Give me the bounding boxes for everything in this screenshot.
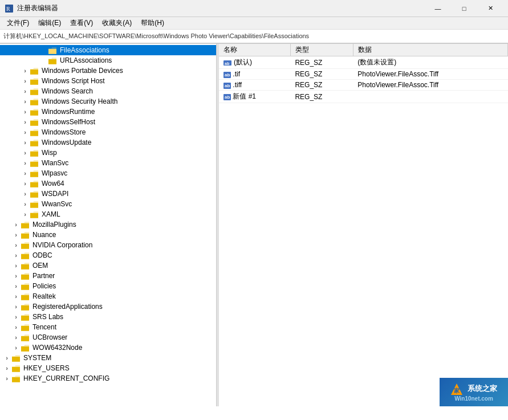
ab-icon: ab xyxy=(223,83,231,89)
tree-item-win-update[interactable]: › WindowsUpdate xyxy=(0,137,216,148)
folder-icon-policies xyxy=(21,282,30,290)
tree-label-wlpasvc: Wlpasvc xyxy=(42,169,67,177)
tree-expander-system[interactable]: › xyxy=(2,354,11,361)
close-button[interactable]: ✕ xyxy=(477,0,503,17)
menu-edit[interactable]: 编辑(E) xyxy=(34,17,66,30)
tree-item-nvidia[interactable]: › NVIDIA Corporation xyxy=(0,240,216,250)
tree-expander-oem[interactable]: › xyxy=(11,262,21,269)
tree-item-file-assoc[interactable]: FileAssociations xyxy=(0,45,216,55)
tree-expander-win-update[interactable]: › xyxy=(21,139,30,146)
tree-item-realtek[interactable]: › Realtek xyxy=(0,291,216,301)
tree-item-hkey-users[interactable]: › HKEY_USERS xyxy=(0,363,216,373)
tree-expander-wow64[interactable]: › xyxy=(21,180,30,187)
tree-item-wwansvc[interactable]: › WwanSvc xyxy=(0,199,216,209)
tree-item-nuance[interactable]: › Nuance xyxy=(0,230,216,240)
tree-expander-nuance[interactable]: › xyxy=(11,231,21,238)
tree-expander-wisp[interactable]: › xyxy=(21,149,30,156)
tree-expander-hkey-users[interactable]: › xyxy=(2,365,11,372)
tree-expander-win-portable[interactable]: › xyxy=(21,67,30,74)
tree-expander-tencent[interactable]: › xyxy=(11,324,21,331)
tree-expander-realtek[interactable]: › xyxy=(11,293,21,300)
tree-item-wisp[interactable]: › Wisp xyxy=(0,148,216,158)
tree-item-tencent[interactable]: › Tencent xyxy=(0,322,216,332)
tree-label-tencent: Tencent xyxy=(32,323,56,331)
maximize-button[interactable]: □ xyxy=(451,0,477,17)
table-header-row: 名称 类型 数据 xyxy=(219,44,508,56)
menu-help[interactable]: 帮助(H) xyxy=(136,17,169,30)
tree-expander-mozilla[interactable]: › xyxy=(11,221,21,228)
tree-item-win-store[interactable]: › WindowsStore xyxy=(0,127,216,137)
menu-file[interactable]: 文件(F) xyxy=(2,17,34,30)
tree-expander-wlansvc[interactable]: › xyxy=(21,160,30,166)
tree-label-partner: Partner xyxy=(32,272,55,280)
tree-item-wsdapi[interactable]: › WSDAPI xyxy=(0,189,216,199)
tree-expander-win-security[interactable]: › xyxy=(21,98,30,105)
tree-item-ucbrowser[interactable]: › UCBrowser xyxy=(0,332,216,342)
tree-expander-wlpasvc[interactable]: › xyxy=(21,170,30,177)
tree-item-win-portable[interactable]: › Windows Portable Devices xyxy=(0,66,216,76)
folder-icon-win-selfhost xyxy=(30,118,39,126)
tree-item-win-selfhost[interactable]: › WindowsSelfHost xyxy=(0,117,216,127)
tree-item-win-security[interactable]: › Windows Security Health xyxy=(0,96,216,107)
tree-item-win-runtime[interactable]: › WindowsRuntime xyxy=(0,107,216,117)
menu-favorites[interactable]: 收藏夹(A) xyxy=(97,17,136,30)
tree-item-regapps[interactable]: › RegisteredApplications xyxy=(0,301,216,312)
tree-item-srslabs[interactable]: › SRS Labs xyxy=(0,312,216,322)
tree-expander-win-search[interactable]: › xyxy=(21,88,30,95)
tree-item-win-script[interactable]: › Windows Script Host xyxy=(0,76,216,86)
tree-item-xaml[interactable]: › XAML xyxy=(0,209,216,219)
cell-data-0: (数值未设置) xyxy=(353,56,507,69)
table-row[interactable]: ab.tifREG_SZPhotoViewer.FileAssoc.Tiff xyxy=(219,69,508,80)
tree-expander-wsdapi[interactable]: › xyxy=(21,190,30,197)
tree-item-odbc[interactable]: › ODBC xyxy=(0,250,216,260)
tree-item-system[interactable]: › SYSTEM xyxy=(0,353,216,363)
tree-label-wow6432: WOW6432Node xyxy=(32,344,82,352)
tree-item-wow6432[interactable]: › WOW6432Node xyxy=(0,342,216,353)
tree-expander-wow6432[interactable]: › xyxy=(11,344,21,351)
tree-expander-win-selfhost[interactable]: › xyxy=(21,119,30,125)
menu-view[interactable]: 查看(V) xyxy=(66,17,97,30)
tree-item-mozilla[interactable]: › MozillaPlugins xyxy=(0,219,216,230)
tree-pane[interactable]: FileAssociations URLAssociations› Window… xyxy=(0,44,217,406)
cell-name-text-1: .tif xyxy=(233,70,240,78)
tree-item-wow64[interactable]: › Wow64 xyxy=(0,178,216,189)
tree-item-oem[interactable]: › OEM xyxy=(0,260,216,271)
cell-name-text-0: (默认) xyxy=(234,58,252,66)
tree-expander-hkey-current-config[interactable]: › xyxy=(2,375,11,382)
tree-expander-srslabs[interactable]: › xyxy=(11,313,21,320)
folder-icon-wow6432 xyxy=(21,344,30,352)
tree-label-realtek: Realtek xyxy=(32,292,56,300)
tree-expander-ucbrowser[interactable]: › xyxy=(11,334,21,341)
address-path: 计算机\HKEY_LOCAL_MACHINE\SOFTWARE\Microsof… xyxy=(3,32,309,40)
menu-bar: 文件(F) 编辑(E) 查看(V) 收藏夹(A) 帮助(H) xyxy=(0,17,508,30)
tree-expander-partner[interactable]: › xyxy=(11,272,21,279)
minimize-button[interactable]: — xyxy=(425,0,451,17)
folder-icon-partner xyxy=(21,272,30,280)
tree-item-url-assoc[interactable]: URLAssociations xyxy=(0,55,216,66)
tree-item-partner[interactable]: › Partner xyxy=(0,271,216,281)
tree-item-wlansvc[interactable]: › WlanSvc xyxy=(0,158,216,168)
table-row[interactable]: ab(默认)REG_SZ(数值未设置) xyxy=(219,56,508,69)
tree-label-srslabs: SRS Labs xyxy=(32,313,63,321)
tree-label-ucbrowser: UCBrowser xyxy=(32,333,67,341)
table-row[interactable]: ab新值 #1REG_SZ xyxy=(219,91,508,103)
tree-expander-win-store[interactable]: › xyxy=(21,129,30,136)
tree-expander-regapps[interactable]: › xyxy=(11,303,21,310)
table-row[interactable]: ab.tiffREG_SZPhotoViewer.FileAssoc.Tiff xyxy=(219,80,508,91)
tree-item-wlpasvc[interactable]: › Wlpasvc xyxy=(0,168,216,178)
tree-expander-xaml[interactable]: › xyxy=(21,211,30,218)
tree-label-wsdapi: WSDAPI xyxy=(42,190,68,198)
tree-expander-win-script[interactable]: › xyxy=(21,78,30,84)
cell-name-0: ab(默认) xyxy=(219,56,290,69)
folder-icon-file-assoc xyxy=(48,46,57,54)
tree-item-policies[interactable]: › Policies xyxy=(0,281,216,291)
tree-expander-wwansvc[interactable]: › xyxy=(21,201,30,207)
tree-expander-win-runtime[interactable]: › xyxy=(21,108,30,115)
folder-icon-win-search xyxy=(30,87,39,95)
tree-item-hkey-current-config[interactable]: › HKEY_CURRENT_CONFIG xyxy=(0,373,216,384)
tree-expander-policies[interactable]: › xyxy=(11,283,21,289)
tree-label-win-script: Windows Script Host xyxy=(42,77,105,85)
tree-expander-nvidia[interactable]: › xyxy=(11,242,21,248)
tree-item-win-search[interactable]: › Windows Search xyxy=(0,86,216,96)
tree-expander-odbc[interactable]: › xyxy=(11,252,21,259)
